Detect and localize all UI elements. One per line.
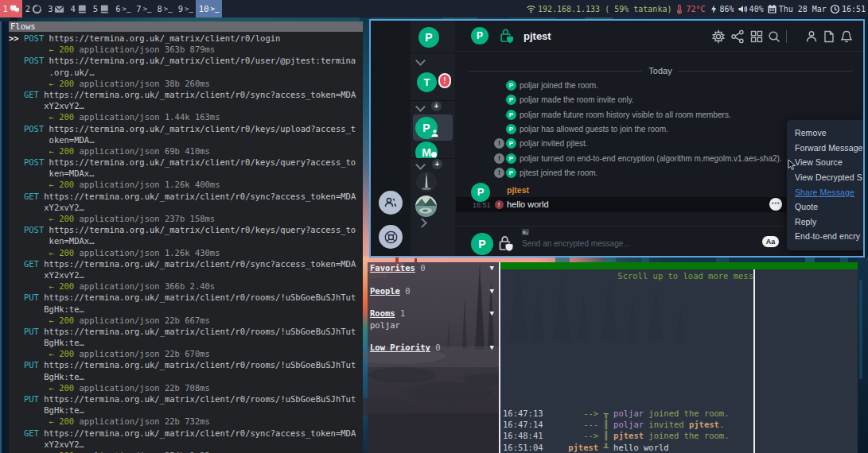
timeline-event[interactable]: !Ppoljar invited pjtest. (494, 138, 588, 149)
timeline-event[interactable]: Ppoljar made future room history visible… (506, 109, 731, 120)
context-menu-item-quote[interactable]: Quote (787, 199, 865, 215)
timeline-event[interactable]: Ppoljar made the room invite only. (506, 95, 634, 106)
workspace-8[interactable]: 8>_ (154, 0, 175, 17)
user-avatar[interactable]: P (418, 27, 439, 48)
workspace-1[interactable]: 1 (0, 0, 22, 17)
flow-request-line[interactable]: >> POST https://termina.org.uk/_matrix/c… (9, 33, 363, 44)
context-menu: RemoveForward MessageView SourceView Dec… (787, 120, 865, 250)
context-menu-item-view-source[interactable]: View Source (787, 155, 865, 170)
flow-request-line[interactable]: PUT https://termina.org.uk/_matrix/clien… (9, 292, 363, 303)
context-menu-item-share-message[interactable]: Share Message (787, 184, 865, 199)
composer-avatar[interactable]: P (471, 233, 493, 255)
room-avatar[interactable]: P (471, 27, 488, 45)
timeline-event[interactable]: Ppoljar joined the room. (506, 79, 598, 91)
flow-url: https://termina.org.uk/_matrix/client/r0… (49, 56, 356, 65)
composer-placeholder[interactable]: Send an encrypted message… (522, 239, 631, 248)
context-menu-item-remove[interactable]: Remove (787, 126, 865, 141)
flow-status-code: ← 200 (9, 416, 74, 426)
flow-response-meta: application/json 1.44k 163ms (74, 112, 220, 122)
log-text: . (719, 420, 724, 429)
help-button[interactable] (379, 225, 403, 249)
day-divider: Today (468, 66, 853, 76)
person-icon (430, 129, 439, 137)
flow-url: https://termina.org.uk/_matrix/client/r0… (49, 124, 356, 134)
chevron-down-icon[interactable] (415, 160, 426, 170)
message-options-button[interactable]: ••• (769, 198, 782, 211)
context-menu-item-end-to-end-encry[interactable]: End-to-end encry (787, 229, 865, 244)
workspace-10[interactable]: 10>_ (196, 0, 222, 17)
flow-request-line[interactable]: POST https://termina.org.uk/_matrix/clie… (9, 157, 363, 168)
share-icon[interactable] (730, 29, 745, 44)
room-avatar-landscape[interactable] (415, 196, 437, 217)
gomuks-panel-separator[interactable] (499, 262, 500, 453)
flow-request-line[interactable]: POST https://termina.org.uk/_matrix/clie… (9, 224, 363, 235)
mouse-cursor (788, 159, 798, 171)
timeline-event[interactable]: !Ppoljar turned on end-to-end encryption… (494, 153, 782, 164)
apps-icon[interactable] (749, 29, 764, 44)
flow-response-line: ← 200 application/json 22b 670ms (9, 348, 363, 359)
flow-response-meta: application/json 22b 667ms (74, 316, 210, 325)
gomuks-message-log[interactable]: 16:47:13 --> ╥ poljar joined the room.16… (503, 408, 730, 453)
event-text: poljar has allowed guests to join the ro… (520, 125, 668, 134)
status-text: 16:51 (842, 5, 866, 14)
context-menu-item-forward-message[interactable]: Forward Message (787, 141, 865, 156)
flow-request-line[interactable]: GET https://termina.org.uk/_matrix/clien… (9, 258, 363, 269)
timeline-event[interactable]: !Ppjtest joined the room. (494, 167, 597, 178)
room-list-strip: P T ! + P M + (411, 21, 455, 256)
flow-response-meta: application/json 69b 410ms (74, 146, 210, 156)
workspace-7[interactable]: 7>_ (134, 0, 154, 17)
message-sender[interactable]: pjtest (507, 185, 529, 195)
chevron-down-icon[interactable] (415, 102, 426, 112)
room-avatar-t[interactable]: T (417, 72, 437, 92)
context-menu-item-reply[interactable]: Reply (787, 215, 865, 230)
workspace-9[interactable]: 9>_ (175, 0, 196, 17)
gomuks-section-people[interactable]: People 0▼ (368, 285, 499, 296)
flow-request-line[interactable]: GET https://termina.org.uk/_matrix/clien… (9, 191, 363, 202)
workspace-2[interactable]: 2 (22, 0, 45, 17)
flow-method: POST (24, 124, 49, 134)
flow-request-line[interactable]: PUT https://termina.org.uk/_matrix/clien… (9, 326, 363, 337)
chevron-right-icon[interactable] (417, 218, 427, 228)
workspace-3[interactable]: 3 (45, 0, 68, 17)
flow-request-line[interactable]: PUT https://termina.org.uk/_matrix/clien… (9, 393, 363, 405)
room-avatar-m-clip[interactable]: M (411, 141, 455, 158)
flow-request-line[interactable]: PUT https://termina.org.uk/_matrix/clien… (9, 359, 363, 370)
notifications-icon[interactable] (839, 29, 854, 44)
gomuks-section-low-priority[interactable]: Low Priority 0▼ (368, 342, 499, 353)
day-divider-label: Today (642, 66, 678, 76)
format-button[interactable]: Aa (762, 236, 779, 247)
workspace-4[interactable]: 4 (68, 0, 90, 17)
add-room-button[interactable]: + (432, 159, 442, 169)
flow-cursor (9, 124, 24, 134)
message-row[interactable]: 16:51 ! hello world ••• (456, 197, 830, 212)
terminal-icon: >_ (185, 5, 193, 13)
divider-line (679, 71, 853, 72)
flow-request-line[interactable]: GET https://termina.org.uk/_matrix/clien… (9, 428, 363, 439)
settings-icon[interactable] (711, 29, 726, 44)
flow-url-wrap: BgHk:te… (9, 405, 363, 416)
add-room-button[interactable]: + (431, 101, 442, 111)
log-nick: --> (543, 431, 599, 440)
flow-request-line[interactable]: POST https://termina.org.uk/_matrix/clie… (9, 123, 363, 134)
members-icon[interactable] (804, 29, 819, 44)
chevron-down-icon[interactable] (415, 56, 426, 66)
flow-list[interactable]: >> POST https://termina.org.uk/_matrix/c… (9, 33, 363, 453)
flow-request-line[interactable]: POST https://termina.org.uk/_matrix/clie… (9, 55, 363, 66)
flow-request-line[interactable]: GET https://termina.org.uk/_matrix/clien… (9, 89, 363, 100)
workspace-5[interactable]: 5 (90, 0, 112, 17)
markdown-badge[interactable]: M↓ (522, 229, 529, 235)
flow-status-code: ← 200 (9, 214, 74, 223)
workspace-number: 2 (25, 0, 30, 17)
gomuks-section-favorites[interactable]: Favorites 0▼ (368, 262, 499, 273)
search-icon[interactable] (767, 29, 781, 44)
community-button[interactable] (379, 191, 403, 215)
gomuks-room-poljar[interactable]: poljar (368, 319, 499, 331)
gomuks-section-rooms[interactable]: Rooms 1▼ (368, 308, 499, 319)
workspace-6[interactable]: 6>_ (113, 0, 134, 17)
room-avatar-lighthouse[interactable] (416, 172, 437, 192)
context-menu-item-view-decrypted-s[interactable]: View Decrypted S (787, 170, 865, 185)
volume-icon (738, 4, 748, 14)
files-icon[interactable] (822, 29, 836, 44)
timeline-event[interactable]: Ppoljar has allowed guests to join the r… (506, 123, 668, 134)
message-avatar[interactable]: P (471, 183, 490, 202)
